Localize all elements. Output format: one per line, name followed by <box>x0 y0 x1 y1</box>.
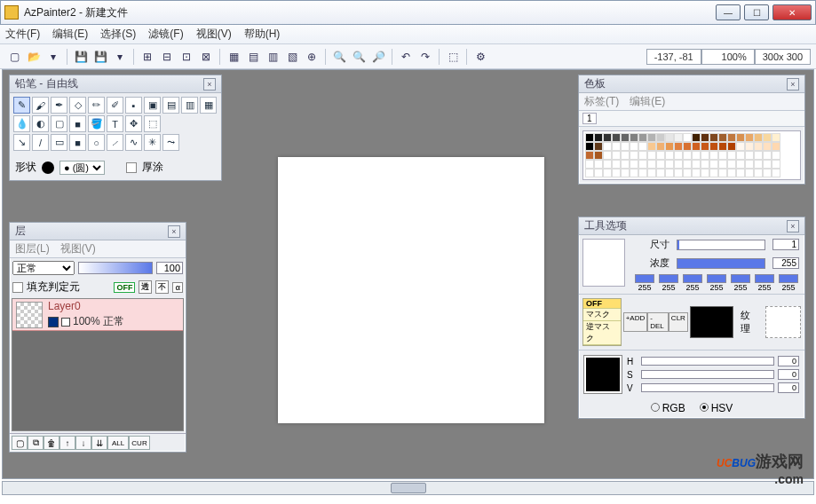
palette-swatch[interactable] <box>665 133 674 142</box>
panel-2-icon[interactable]: ⊟ <box>158 48 176 66</box>
palette-swatch[interactable] <box>674 133 683 142</box>
menu-view[interactable]: 视图(V) <box>196 27 232 42</box>
layer-off-button[interactable]: OFF <box>114 282 135 293</box>
fillrect2-tool-icon[interactable]: ■ <box>69 134 86 151</box>
gradient-tool-icon[interactable]: ▥ <box>181 97 198 114</box>
rect2-tool-icon[interactable]: ▭ <box>51 134 67 151</box>
palette-swatch[interactable] <box>630 160 638 169</box>
palette-swatch[interactable] <box>585 160 594 169</box>
fill-tool-icon[interactable]: ▤ <box>162 97 179 114</box>
palette-menu-edit[interactable]: 编辑(E) <box>630 94 665 109</box>
palette-swatch[interactable] <box>701 151 709 160</box>
palette-swatch[interactable] <box>701 133 709 142</box>
palette-swatch[interactable] <box>674 160 683 169</box>
layer-merge-icon[interactable]: ⇊ <box>91 436 107 450</box>
palette-swatch[interactable] <box>772 169 780 177</box>
star-tool-icon[interactable]: ✳ <box>144 134 161 151</box>
palette-swatch[interactable] <box>718 169 727 177</box>
palette-swatch[interactable] <box>692 133 701 142</box>
palette-swatch[interactable] <box>754 142 763 151</box>
density-value[interactable]: 255 <box>772 257 799 269</box>
layer-new-icon[interactable]: ▢ <box>12 436 28 450</box>
palette-swatch[interactable] <box>763 151 772 160</box>
fillrect-tool-icon[interactable]: ■ <box>69 115 86 132</box>
settings-icon[interactable]: ⚙ <box>471 48 489 66</box>
palette-swatch[interactable] <box>763 169 772 177</box>
palette-swatch[interactable] <box>709 160 718 169</box>
paint-tool-icon[interactable]: ▣ <box>144 97 161 114</box>
deselect-icon[interactable]: ⬚ <box>444 48 462 66</box>
palette-swatch[interactable] <box>701 169 709 177</box>
blur-tool-icon[interactable]: 💧 <box>13 115 30 132</box>
mask-del-button[interactable]: -DEL <box>647 312 669 332</box>
palette-swatch[interactable] <box>692 151 701 160</box>
shape-select[interactable]: ● (圆) <box>59 161 105 175</box>
palette-swatch[interactable] <box>603 160 612 169</box>
menu-filter[interactable]: 滤镜(F) <box>148 27 183 42</box>
palette-swatch[interactable] <box>674 151 683 160</box>
palette-swatch[interactable] <box>638 169 647 177</box>
pencil-tool-icon[interactable]: ✎ <box>13 97 30 114</box>
palette-swatch[interactable] <box>727 160 736 169</box>
airbrush-tool-icon[interactable]: ✐ <box>107 97 123 114</box>
tool-panel-close-icon[interactable]: × <box>203 78 216 91</box>
palette-swatch[interactable] <box>745 169 754 177</box>
horizontal-scrollbar[interactable] <box>2 481 814 495</box>
palette-swatch[interactable] <box>709 151 718 160</box>
mini-slider[interactable] <box>707 274 726 283</box>
palette-swatch[interactable] <box>594 151 603 160</box>
palette-swatch[interactable] <box>754 133 763 142</box>
current-color-swatch[interactable] <box>584 356 622 393</box>
palette-swatch[interactable] <box>745 160 754 169</box>
thick-checkbox[interactable] <box>126 162 137 173</box>
curve-tool-icon[interactable]: ∿ <box>125 134 142 151</box>
palette-swatch[interactable] <box>736 169 745 177</box>
palette-swatch[interactable] <box>647 169 656 177</box>
layer-trans2-button[interactable]: 不 <box>155 280 169 294</box>
rect-tool-icon[interactable]: ▢ <box>51 115 67 132</box>
zoom-in-icon[interactable]: 🔍 <box>330 48 348 66</box>
palette-swatch[interactable] <box>603 169 612 177</box>
mask-color-swatch[interactable] <box>690 306 734 338</box>
mask-off-button[interactable]: OFF <box>583 299 621 309</box>
mini-slider[interactable] <box>683 274 702 283</box>
palette-swatch[interactable] <box>754 151 763 160</box>
picker-tool-icon[interactable]: ↘ <box>13 134 30 151</box>
smudge-tool-icon[interactable]: ◐ <box>32 115 49 132</box>
v-slider[interactable] <box>641 383 774 392</box>
palette-swatch[interactable] <box>736 151 745 160</box>
layer-copy-icon[interactable]: ⧉ <box>28 436 44 450</box>
redo-icon[interactable]: ↷ <box>416 48 434 66</box>
palette-swatch[interactable] <box>647 142 656 151</box>
palette-swatch[interactable] <box>603 133 612 142</box>
palette-swatch[interactable] <box>683 169 692 177</box>
density-slider[interactable] <box>677 258 765 269</box>
options-panel-close-icon[interactable]: × <box>787 220 799 232</box>
open-dropdown-icon[interactable]: ▾ <box>44 48 62 66</box>
palette-swatch[interactable] <box>585 133 594 142</box>
line-tool-icon[interactable]: / <box>32 134 49 151</box>
palette-swatch[interactable] <box>674 169 683 177</box>
s-value[interactable]: 0 <box>778 369 799 380</box>
open-file-icon[interactable]: 📂 <box>25 48 43 66</box>
hsv-radio[interactable]: HSV <box>700 402 733 414</box>
palette-swatch[interactable] <box>772 160 780 169</box>
brush-tool-icon[interactable]: 🖌 <box>32 97 49 114</box>
zoom-out-icon[interactable]: 🔍 <box>350 48 368 66</box>
pen-tool-icon[interactable]: ✒ <box>51 97 67 114</box>
palette-swatch[interactable] <box>727 142 736 151</box>
mask-clr-button[interactable]: CLR <box>669 312 688 332</box>
layer-all-button[interactable]: ALL <box>107 436 129 450</box>
palette-swatch[interactable] <box>709 133 718 142</box>
save-icon[interactable]: 💾 <box>72 48 90 66</box>
grid-5-icon[interactable]: ⊕ <box>303 48 321 66</box>
palette-swatch[interactable] <box>612 142 621 151</box>
palette-swatch[interactable] <box>772 142 780 151</box>
menu-file[interactable]: 文件(F) <box>5 27 40 42</box>
palette-swatch[interactable] <box>594 160 603 169</box>
pattern-tool-icon[interactable]: ▦ <box>200 97 217 114</box>
palette-swatch[interactable] <box>612 133 621 142</box>
palette-swatch[interactable] <box>621 151 630 160</box>
save-dropdown-icon[interactable]: ▾ <box>111 48 129 66</box>
grid-4-icon[interactable]: ▧ <box>283 48 301 66</box>
